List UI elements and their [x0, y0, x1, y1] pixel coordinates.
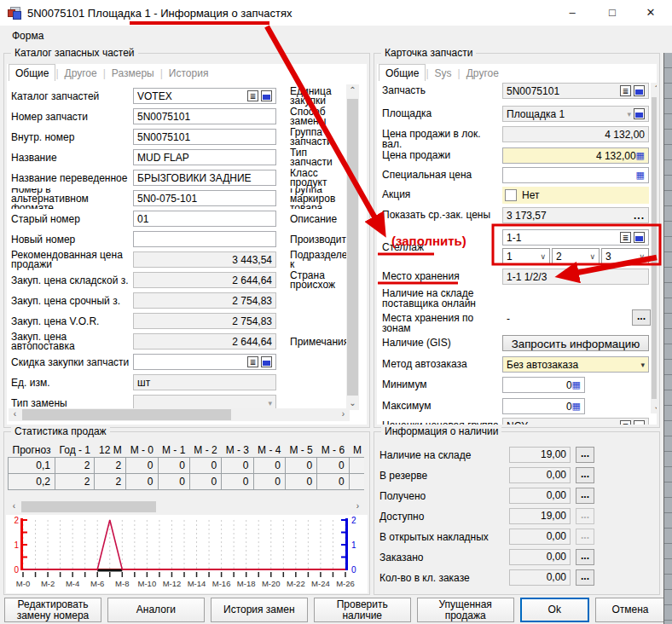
chevron-down-icon: ∨ [639, 252, 645, 261]
tab-Другое[interactable]: Другое [461, 65, 505, 81]
avg-purchase-field[interactable]: 3 173,57 ... [502, 207, 649, 223]
open-form-icon[interactable] [634, 108, 645, 119]
catalog-field[interactable]: 2 754,83 [133, 313, 276, 329]
open-form-icon[interactable] [261, 356, 272, 367]
auto-order-dropdown[interactable]: Без автозаказа ▾ [502, 356, 649, 373]
catalog-field[interactable]: 3 443,54 [133, 251, 276, 268]
scroll-thumb[interactable] [22, 409, 231, 420]
maximum-field[interactable]: 0 ▦ [502, 398, 585, 414]
promo-checkbox[interactable] [505, 189, 517, 201]
request-info-button[interactable]: Запросить информацию [502, 335, 649, 351]
calculator-icon[interactable]: ▦ [636, 170, 645, 180]
chevron-down-icon[interactable]: ▾ [640, 361, 645, 369]
maximize-button[interactable]: □ [598, 0, 627, 26]
scroll-right-icon[interactable]: › [351, 500, 364, 513]
lookup-icon[interactable]: ≣ [247, 356, 258, 367]
open-form-icon[interactable] [634, 420, 645, 425]
price-group-field[interactable]: NCY ≣ [502, 418, 649, 425]
catalog-field[interactable]: 5N0075101 [133, 108, 276, 124]
calculator-icon[interactable]: ▦ [572, 380, 581, 390]
lookup-icon[interactable]: ≣ [620, 85, 631, 96]
stats-horizontal-scrollbar[interactable]: ‹ › [8, 500, 364, 513]
scroll-thumb[interactable] [21, 501, 156, 512]
open-form-icon[interactable] [261, 90, 272, 101]
lookup-icon[interactable]: ≣ [620, 232, 631, 243]
tab-Общие[interactable]: Общие [379, 64, 426, 81]
catalog-field[interactable]: ≣ [133, 354, 276, 370]
catalog-field[interactable]: БРЫЗГОВИКИ ЗАДНИЕ [133, 170, 276, 186]
catalog-field[interactable]: 2 644,64 [133, 272, 276, 288]
availability-rows: Наличие на складе19,00...В резерве0,00..… [374, 446, 659, 589]
more-button[interactable]: ... [576, 488, 594, 504]
card-vertical-scrollbar[interactable]: ⌃ ⌄ [651, 83, 657, 413]
close-button[interactable]: ✕ [636, 0, 665, 26]
stats-row: 0,2220000000 [9, 474, 365, 490]
catalog-field[interactable]: шт [133, 374, 276, 390]
open-form-icon[interactable] [634, 85, 645, 96]
tab-Общие[interactable]: Общие [9, 64, 55, 81]
scroll-left-icon[interactable]: ‹ [9, 408, 21, 421]
tab-Sys[interactable]: Sys [429, 65, 458, 81]
cancel-button[interactable]: Отмена [595, 598, 665, 622]
scroll-up-icon[interactable]: ⌃ [346, 84, 359, 97]
site-dropdown[interactable]: Площадка 1 ▾ [502, 106, 649, 122]
special-price-field[interactable]: ▦ [502, 167, 649, 183]
minimize-button[interactable]: – [558, 0, 587, 26]
calculator-icon[interactable]: ▦ [572, 402, 581, 411]
chevron-down-icon[interactable]: ▾ [627, 110, 631, 118]
field-label: Скидка закупки запчасти [11, 352, 130, 373]
scroll-up-icon[interactable]: ⌃ [651, 83, 657, 95]
part-field[interactable]: 5N0075101 ≣ [502, 83, 649, 99]
shelf-combo-1[interactable]: 1∨ [502, 248, 550, 264]
catalog-field[interactable] [133, 231, 276, 247]
scroll-down-icon[interactable]: ⌄ [651, 401, 657, 413]
lookup-icon[interactable]: ≣ [247, 90, 258, 101]
storage-place-field[interactable]: 1-1 1/2/3 [502, 269, 649, 285]
menu-forma[interactable]: Форма [12, 26, 43, 46]
tab-Другое[interactable]: Другое [59, 65, 103, 81]
catalog-field[interactable]: 5N0-075-101 [133, 190, 276, 206]
lookup-icon[interactable]: ≣ [620, 420, 631, 425]
sales-stats-group: Статистика продаж ПрогнозГод - 112 ММ - … [3, 431, 370, 595]
more-button[interactable]: ... [576, 447, 594, 463]
catalog-field[interactable]: MUD FLAP [133, 149, 276, 165]
promo-label: Акция [382, 189, 501, 199]
more-button[interactable]: ... [632, 309, 651, 326]
catalog-extra-labels: Единица закупкиСпособ заменыГруппа запча… [290, 86, 346, 352]
more-icon[interactable]: ... [634, 210, 645, 222]
catalog-field[interactable]: 5N0075101 [133, 129, 276, 145]
catalog-horizontal-scrollbar[interactable]: ‹ › [9, 408, 350, 421]
more-button[interactable]: ... [576, 549, 594, 565]
scroll-thumb[interactable] [347, 99, 358, 396]
ok-button[interactable]: Ok [520, 598, 589, 622]
tab-История[interactable]: История [163, 65, 215, 81]
shelf-input[interactable]: 1-1 ≣ [502, 229, 649, 246]
shelf-combo-3[interactable]: 3∨ [601, 248, 649, 264]
catalog-field[interactable]: 01 [133, 211, 276, 227]
analogs-button[interactable]: Аналоги [107, 598, 205, 622]
catalog-vertical-scrollbar[interactable]: ⌃ ⌄ [346, 84, 359, 410]
open-form-icon[interactable] [634, 232, 645, 243]
catalog-field[interactable]: 2 754,83 [133, 292, 276, 309]
more-button[interactable]: ... [576, 569, 594, 586]
scroll-right-icon[interactable]: › [337, 408, 350, 421]
catalog-field[interactable]: VOTEX≣ [133, 88, 276, 104]
catalog-field[interactable]: 2 644,64 [133, 333, 276, 350]
price-local-label: Цена продажи в лок. вал. [382, 129, 501, 149]
calculator-icon[interactable]: ▦ [636, 151, 645, 160]
more-button[interactable]: ... [576, 467, 594, 483]
scroll-left-icon[interactable]: ‹ [8, 500, 20, 513]
shelf-combo-2[interactable]: 2∨ [552, 248, 600, 264]
field-label: Старый номер [11, 209, 130, 229]
field-label [290, 291, 346, 311]
check-availability-button[interactable]: Проверить наличие [314, 598, 411, 622]
edit-number-replacement-button[interactable]: Редактировать замену номера [4, 598, 101, 622]
price-sale-field[interactable]: 4 132,00 ▦ [502, 147, 649, 164]
availability-row: Наличие на складе19,00... [374, 446, 659, 466]
lost-sale-button[interactable]: Упущенная продажа [417, 598, 514, 622]
minimum-field[interactable]: 0 ▦ [502, 377, 585, 393]
tab-Размеры[interactable]: Размеры [106, 65, 160, 81]
stats-header-cell: М - 5 [285, 443, 316, 458]
scroll-thumb[interactable] [652, 97, 657, 399]
replacement-history-button[interactable]: История замен [211, 598, 308, 622]
